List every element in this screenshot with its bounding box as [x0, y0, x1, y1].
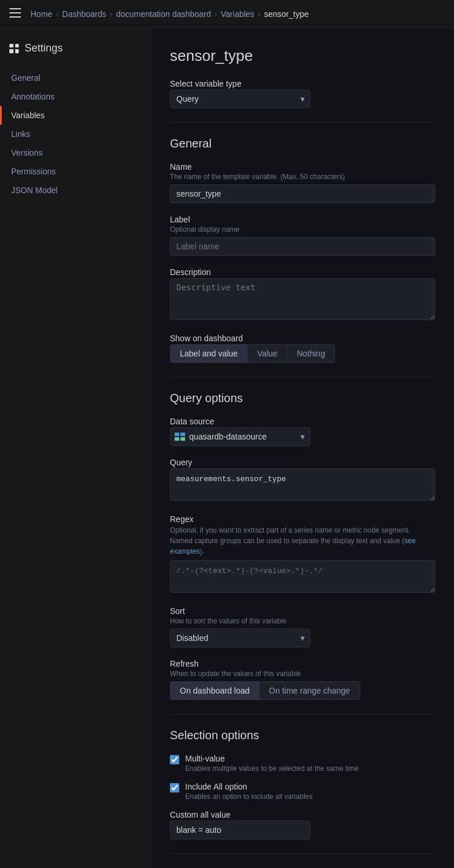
sort-select-wrap: Disabled Alphabetical (asc) Alphabetical… [170, 629, 310, 647]
breadcrumb: Home › Dashboards › documentation dashbo… [30, 9, 309, 19]
sort-sub: How to sort the values of this variable [170, 617, 435, 625]
custom-all-label: Custom all value [170, 810, 435, 819]
multi-value-sub: Enables multiple values to be selected a… [185, 764, 359, 773]
refresh-btn-group: On dashboard load On time range change [170, 681, 435, 700]
name-input[interactable] [170, 184, 435, 203]
sort-label: Sort [170, 606, 435, 616]
show-label-and-value-btn[interactable]: Label and value [170, 344, 248, 363]
label-sub: Optional display name [170, 225, 435, 234]
name-label: Name [170, 162, 435, 171]
multi-value-row: Multi-value Enables multiple values to b… [170, 754, 435, 773]
show-on-dashboard-label: Show on dashboard [170, 334, 435, 343]
datasource-select-wrap: quasardb-datasource [170, 427, 310, 446]
include-all-label: Include All option [185, 782, 312, 791]
multi-value-checkbox[interactable] [170, 755, 179, 764]
selection-options-heading: Selection options [170, 729, 435, 742]
refresh-sub: When to update the values of this variab… [170, 670, 435, 678]
show-on-dashboard-group: Show on dashboard Label and value Value … [170, 334, 435, 363]
sidebar: Settings General Annotations Variables L… [0, 28, 151, 868]
variable-type-select-wrap: Query Custom Text box Constant Data sour… [170, 90, 310, 108]
include-all-sub: Enables an option to include all variabl… [185, 792, 312, 801]
include-all-row: Include All option Enables an option to … [170, 782, 435, 801]
sidebar-item-general[interactable]: General [0, 68, 151, 87]
description-input[interactable] [170, 278, 435, 320]
breadcrumb-home[interactable]: Home [30, 9, 52, 19]
query-textarea[interactable]: measurements.sensor_type [170, 468, 435, 501]
datasource-group: Data source quasardb-datasource [170, 417, 435, 446]
name-sub: The name of the template variable. (Max.… [170, 173, 435, 181]
refresh-label: Refresh [170, 659, 435, 668]
datasource-label: Data source [170, 417, 435, 426]
label-group: Label Optional display name [170, 215, 435, 256]
custom-all-input[interactable] [170, 821, 310, 839]
page-title: sensor_type [170, 47, 435, 65]
settings-icon [9, 44, 19, 53]
show-nothing-btn[interactable]: Nothing [288, 344, 335, 363]
main-content: sensor_type Select variable type Query C… [151, 28, 454, 868]
svg-rect-0 [9, 8, 21, 9]
description-group: Description [170, 267, 435, 322]
breadcrumb-dashboards[interactable]: Dashboards [62, 9, 107, 19]
sidebar-item-versions[interactable]: Versions [0, 143, 151, 162]
regex-group: Regex Optional, if you want to extract p… [170, 514, 435, 595]
breadcrumb-dashboard[interactable]: documentation dashboard [116, 9, 211, 19]
sidebar-item-permissions[interactable]: Permissions [0, 162, 151, 181]
menu-icon[interactable] [9, 8, 21, 19]
label-label: Label [170, 215, 435, 224]
breadcrumb-current: sensor_type [264, 9, 309, 19]
sort-group: Sort How to sort the values of this vari… [170, 606, 435, 647]
query-options-heading: Query options [170, 392, 435, 405]
label-input[interactable] [170, 237, 435, 256]
refresh-on-dashboard-load-btn[interactable]: On dashboard load [170, 681, 260, 700]
variable-type-label: Select variable type [170, 79, 435, 88]
description-label: Description [170, 267, 435, 277]
breadcrumb-variables[interactable]: Variables [221, 9, 254, 19]
sidebar-item-variables[interactable]: Variables [0, 106, 151, 125]
general-heading: General [170, 137, 435, 150]
variable-type-select[interactable]: Query Custom Text box Constant Data sour… [170, 90, 310, 108]
divider-4 [170, 853, 435, 854]
include-all-checkbox[interactable] [170, 783, 179, 792]
sidebar-item-json-model[interactable]: JSON Model [0, 181, 151, 200]
sidebar-item-links[interactable]: Links [0, 125, 151, 143]
topnav: Home › Dashboards › documentation dashbo… [0, 0, 454, 28]
svg-rect-2 [9, 16, 21, 18]
query-label: Query [170, 458, 435, 467]
multi-value-label: Multi-value [185, 754, 359, 763]
show-on-dashboard-btn-group: Label and value Value Nothing [170, 344, 435, 363]
svg-rect-1 [9, 12, 21, 13]
variable-type-group: Select variable type Query Custom Text b… [170, 79, 435, 108]
query-group: Query measurements.sensor_type [170, 458, 435, 503]
refresh-on-time-range-btn[interactable]: On time range change [260, 681, 360, 700]
show-value-btn[interactable]: Value [248, 344, 288, 363]
regex-textarea[interactable] [170, 560, 435, 593]
divider-3 [170, 714, 435, 715]
regex-sub: Optional, if you want to extract part of… [170, 525, 435, 557]
custom-all-group: Custom all value [170, 810, 435, 839]
sidebar-title: Settings [0, 42, 151, 68]
sidebar-item-annotations[interactable]: Annotations [0, 87, 151, 106]
refresh-group: Refresh When to update the values of thi… [170, 659, 435, 700]
datasource-select[interactable]: quasardb-datasource [170, 427, 310, 446]
divider-2 [170, 377, 435, 378]
name-group: Name The name of the template variable. … [170, 162, 435, 203]
regex-label: Regex [170, 514, 435, 524]
divider-1 [170, 122, 435, 123]
sort-select[interactable]: Disabled Alphabetical (asc) Alphabetical… [170, 629, 310, 647]
